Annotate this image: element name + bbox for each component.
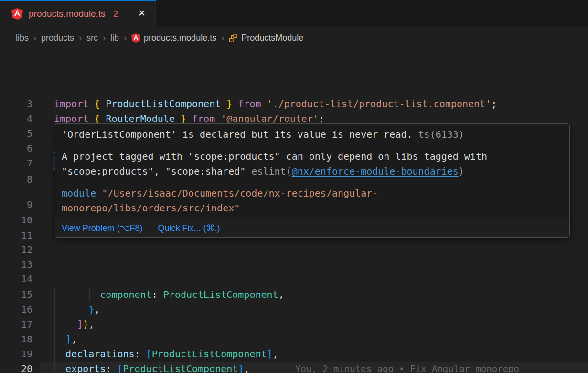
code-text: }, (54, 302, 100, 317)
angular-icon (11, 8, 23, 20)
breadcrumb-label: ProductsModule (241, 33, 303, 43)
angular-icon (131, 33, 140, 43)
line-number: 4 (0, 111, 32, 126)
breadcrumb-label: libs (16, 33, 29, 43)
code-line-14[interactable]: 14 (0, 272, 588, 286)
code-text: ], (54, 332, 77, 347)
line-number: 3 (0, 97, 32, 111)
breadcrumb-label: products.module.ts (144, 33, 216, 43)
code-line-17[interactable]: 17 ]), (0, 317, 588, 332)
line-number: 10 (0, 213, 32, 228)
code-text: import { ProductListComponent } from './… (54, 97, 497, 111)
hover-line: A project tagged with "scope:products" c… (62, 149, 569, 164)
code-text: declarations: [ProductListComponent], (54, 347, 278, 362)
breadcrumb-separator: › (103, 33, 106, 43)
tab-bar: products.module.ts 2 ✕ (0, 0, 588, 27)
line-number: 5 (0, 126, 32, 141)
breadcrumb-item-products[interactable]: products (41, 33, 74, 43)
code-line-16[interactable]: 16 }, (0, 302, 588, 317)
line-number: 12 (0, 242, 32, 257)
eslint-rule-link[interactable]: @nx/enforce-module-boundaries (292, 165, 459, 177)
error-hover-popup: 'OrderListComponent' is declared but its… (55, 123, 570, 238)
tab-products-module[interactable]: products.module.ts 2 ✕ (0, 0, 156, 27)
hover-section-eslint-error: A project tagged with "scope:products" c… (55, 145, 569, 182)
line-number: 18 (0, 332, 32, 347)
line-number: 13 (0, 257, 32, 272)
line-number: 6 (0, 141, 32, 156)
line-number: 17 (0, 317, 32, 332)
hover-line: "scope:products", "scope:shared" eslint(… (62, 164, 569, 179)
hover-actions-row: View Problem (⌥F8) Quick Fix... (⌘.) (55, 219, 569, 237)
breadcrumb-item-productsmodule[interactable]: ProductsModule (229, 33, 303, 43)
breadcrumb-separator: › (124, 33, 127, 43)
breadcrumb-label: products (41, 33, 74, 43)
hover-line: 'OrderListComponent' is declared but its… (62, 124, 569, 145)
line-number: 19 (0, 347, 32, 362)
tab-title: products.module.ts (29, 0, 106, 27)
breadcrumb-label: lib (110, 33, 119, 43)
code-text: ]), (54, 317, 94, 332)
code-line-12[interactable]: 12 (0, 242, 588, 257)
line-number: 9 (0, 197, 32, 212)
breadcrumb-item-libs[interactable]: libs (16, 33, 29, 43)
code-line-18[interactable]: 18 ], (0, 332, 588, 347)
view-problem-button[interactable]: View Problem (⌥F8) (62, 223, 142, 233)
line-number: 16 (0, 302, 32, 317)
hover-line: module "/Users/isaac/Documents/code/nx-r… (62, 186, 569, 201)
breadcrumb-separator: › (33, 33, 36, 43)
code-line-13[interactable]: 13 (0, 257, 588, 272)
line-number: 7 (0, 156, 32, 171)
code-line-15[interactable]: 15 component: ProductListComponent, (0, 287, 588, 302)
hover-line: monorepo/libs/orders/src/index" (62, 201, 569, 216)
breadcrumb-item-lib[interactable]: lib (110, 33, 119, 43)
line-number: 14 (0, 272, 32, 286)
breadcrumb-label: src (86, 33, 98, 43)
hover-section-ts-error: 'OrderListComponent' is declared but its… (55, 124, 569, 145)
code-text: exports: [ProductListComponent], (54, 362, 249, 373)
git-blame-annotation: You, 2 minutes ago • Fix Angular monorep… (295, 362, 519, 373)
quick-fix-button[interactable]: Quick Fix... (⌘.) (158, 223, 220, 233)
line-number: 8 (0, 172, 32, 187)
hover-section-module-info: module "/Users/isaac/Documents/code/nx-r… (55, 182, 569, 219)
breadcrumb-separator: › (79, 33, 82, 43)
hover-sections: 'OrderListComponent' is declared but its… (55, 124, 569, 219)
breadcrumb-separator: › (221, 33, 224, 43)
line-number: 20 (0, 362, 32, 373)
line-number: 15 (0, 287, 32, 302)
close-icon[interactable]: ✕ (138, 0, 146, 27)
line-number: 11 (0, 228, 32, 243)
tab-problem-badge: 2 (113, 0, 118, 27)
code-line-3[interactable]: 3import { ProductListComponent } from '.… (0, 97, 588, 111)
code-text: component: ProductListComponent, (54, 287, 284, 302)
breadcrumb-item-src[interactable]: src (86, 33, 98, 43)
breadcrumb: libs›products›src›lib›products.module.ts… (0, 28, 588, 48)
class-symbol-icon (229, 33, 238, 43)
code-line-19[interactable]: 19 declarations: [ProductListComponent], (0, 347, 588, 362)
breadcrumb-item-products-module-ts[interactable]: products.module.ts (131, 33, 216, 43)
vscode-window: products.module.ts 2 ✕ libs›products›src… (0, 0, 588, 373)
